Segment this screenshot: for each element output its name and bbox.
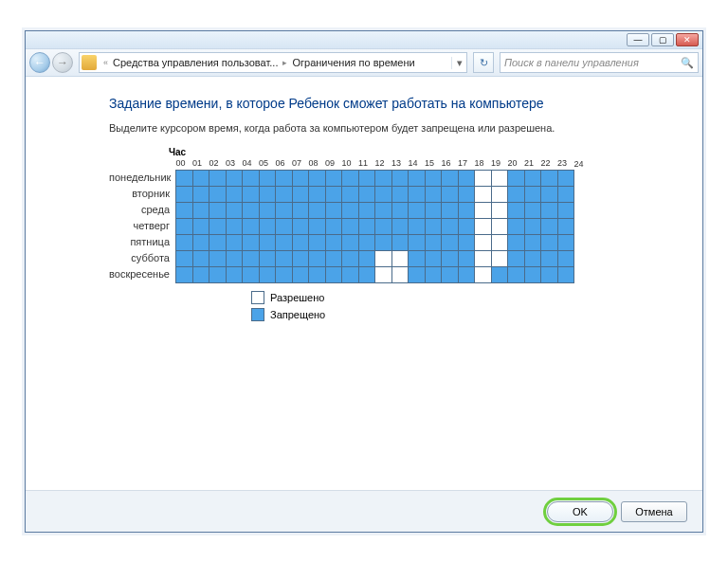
schedule-cell[interactable] — [391, 250, 409, 266]
schedule-cell[interactable] — [276, 250, 293, 266]
schedule-cell[interactable] — [458, 266, 475, 282]
schedule-cell[interactable] — [309, 266, 326, 282]
schedule-cell[interactable] — [292, 170, 309, 186]
schedule-cell[interactable] — [442, 266, 459, 282]
schedule-cell[interactable] — [259, 250, 276, 266]
cancel-button[interactable]: Отмена — [621, 501, 687, 522]
schedule-cell[interactable] — [358, 218, 375, 234]
refresh-button[interactable]: ↻ — [473, 52, 494, 73]
schedule-cell[interactable] — [325, 170, 342, 186]
schedule-cell[interactable] — [409, 250, 426, 266]
schedule-cell[interactable] — [226, 266, 243, 282]
schedule-cell[interactable] — [425, 218, 442, 234]
schedule-cell[interactable] — [342, 250, 359, 266]
schedule-cell[interactable] — [276, 266, 293, 282]
schedule-cell[interactable] — [259, 170, 276, 186]
search-input[interactable]: Поиск в панели управления 🔍 — [500, 52, 699, 73]
schedule-cell[interactable] — [292, 202, 309, 218]
schedule-cell[interactable] — [475, 250, 492, 266]
schedule-cell[interactable] — [475, 170, 492, 186]
schedule-cell[interactable] — [391, 234, 409, 250]
schedule-cell[interactable] — [375, 250, 392, 266]
schedule-cell[interactable] — [309, 234, 326, 250]
schedule-cell[interactable] — [508, 234, 525, 250]
schedule-cell[interactable] — [342, 266, 359, 282]
schedule-cell[interactable] — [557, 250, 574, 266]
schedule-cell[interactable] — [425, 170, 442, 186]
schedule-cell[interactable] — [325, 266, 342, 282]
schedule-cell[interactable] — [192, 170, 209, 186]
schedule-cell[interactable] — [209, 266, 227, 282]
schedule-cell[interactable] — [475, 202, 492, 218]
schedule-cell[interactable] — [243, 170, 260, 186]
schedule-cell[interactable] — [176, 202, 193, 218]
schedule-cell[interactable] — [243, 250, 260, 266]
schedule-cell[interactable] — [176, 250, 193, 266]
breadcrumb-current[interactable]: Ограничения по времени — [290, 57, 416, 68]
schedule-cell[interactable] — [508, 266, 525, 282]
schedule-cell[interactable] — [541, 250, 558, 266]
schedule-cell[interactable] — [475, 234, 492, 250]
schedule-cell[interactable] — [442, 250, 459, 266]
schedule-cell[interactable] — [243, 234, 260, 250]
schedule-cell[interactable] — [226, 186, 243, 202]
schedule-cell[interactable] — [358, 250, 375, 266]
schedule-cell[interactable] — [391, 202, 409, 218]
schedule-cell[interactable] — [391, 266, 409, 282]
schedule-cell[interactable] — [358, 234, 375, 250]
schedule-cell[interactable] — [209, 186, 227, 202]
schedule-cell[interactable] — [508, 250, 525, 266]
schedule-cell[interactable] — [176, 218, 193, 234]
schedule-cell[interactable] — [226, 218, 243, 234]
schedule-cell[interactable] — [425, 202, 442, 218]
schedule-cell[interactable] — [409, 170, 426, 186]
schedule-grid[interactable]: 0001020304050607080910111213141516171819… — [175, 157, 592, 283]
schedule-cell[interactable] — [409, 186, 426, 202]
schedule-cell[interactable] — [276, 186, 293, 202]
address-dropdown[interactable]: ▾ — [451, 57, 466, 69]
schedule-cell[interactable] — [342, 170, 359, 186]
schedule-cell[interactable] — [358, 170, 375, 186]
schedule-cell[interactable] — [192, 202, 209, 218]
schedule-cell[interactable] — [259, 266, 276, 282]
schedule-cell[interactable] — [342, 234, 359, 250]
schedule-cell[interactable] — [375, 186, 392, 202]
schedule-cell[interactable] — [491, 186, 508, 202]
schedule-cell[interactable] — [458, 218, 475, 234]
schedule-cell[interactable] — [409, 218, 426, 234]
schedule-cell[interactable] — [541, 266, 558, 282]
schedule-cell[interactable] — [491, 266, 508, 282]
schedule-cell[interactable] — [524, 202, 541, 218]
schedule-cell[interactable] — [557, 186, 574, 202]
schedule-cell[interactable] — [176, 170, 193, 186]
schedule-cell[interactable] — [425, 250, 442, 266]
schedule-cell[interactable] — [209, 170, 227, 186]
schedule-cell[interactable] — [192, 186, 209, 202]
schedule-cell[interactable] — [259, 218, 276, 234]
schedule-cell[interactable] — [557, 202, 574, 218]
schedule-cell[interactable] — [243, 186, 260, 202]
address-bar[interactable]: « Средства управления пользоват... ▸ Огр… — [79, 52, 467, 73]
minimize-button[interactable]: — — [627, 33, 649, 46]
schedule-cell[interactable] — [243, 202, 260, 218]
schedule-cell[interactable] — [209, 202, 227, 218]
schedule-cell[interactable] — [209, 234, 227, 250]
schedule-cell[interactable] — [292, 186, 309, 202]
schedule-cell[interactable] — [541, 234, 558, 250]
schedule-cell[interactable] — [342, 218, 359, 234]
schedule-cell[interactable] — [425, 234, 442, 250]
schedule-cell[interactable] — [491, 202, 508, 218]
schedule-cell[interactable] — [508, 186, 525, 202]
schedule-cell[interactable] — [276, 170, 293, 186]
schedule-cell[interactable] — [409, 234, 426, 250]
schedule-cell[interactable] — [276, 234, 293, 250]
schedule-cell[interactable] — [541, 218, 558, 234]
schedule-cell[interactable] — [358, 202, 375, 218]
schedule-cell[interactable] — [508, 170, 525, 186]
schedule-cell[interactable] — [226, 234, 243, 250]
schedule-cell[interactable] — [309, 218, 326, 234]
schedule-cell[interactable] — [491, 218, 508, 234]
schedule-cell[interactable] — [292, 266, 309, 282]
schedule-cell[interactable] — [491, 170, 508, 186]
schedule-cell[interactable] — [442, 218, 459, 234]
